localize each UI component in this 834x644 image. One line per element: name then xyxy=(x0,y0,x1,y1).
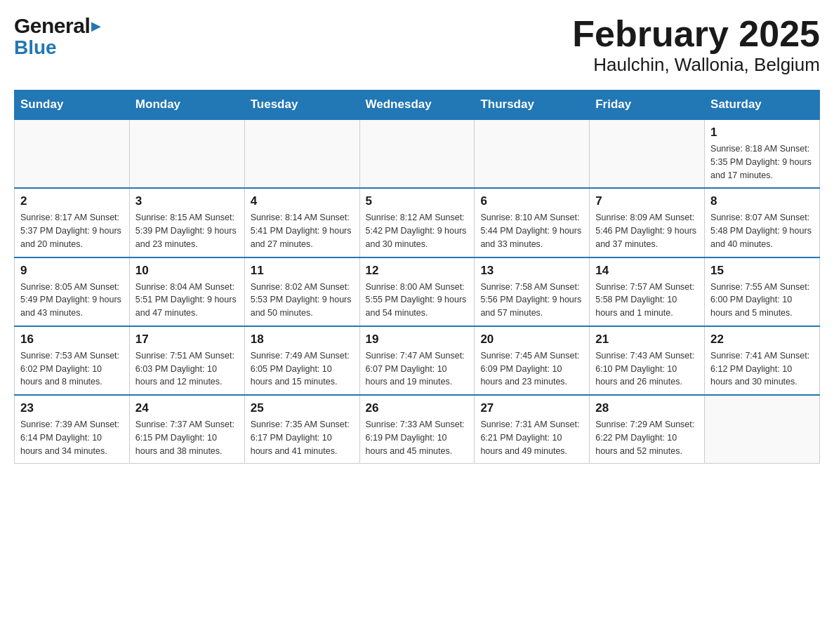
calendar-day: 5Sunrise: 8:12 AM Sunset: 5:42 PM Daylig… xyxy=(359,188,475,257)
day-number: 2 xyxy=(20,194,124,208)
day-info: Sunrise: 8:10 AM Sunset: 5:44 PM Dayligh… xyxy=(480,211,583,250)
calendar-day: 11Sunrise: 8:02 AM Sunset: 5:53 PM Dayli… xyxy=(244,257,359,326)
calendar-day: 24Sunrise: 7:37 AM Sunset: 6:15 PM Dayli… xyxy=(129,395,244,464)
day-number: 14 xyxy=(595,264,699,278)
day-number: 7 xyxy=(595,194,699,208)
calendar-day: 13Sunrise: 7:58 AM Sunset: 5:56 PM Dayli… xyxy=(475,257,590,326)
day-info: Sunrise: 7:58 AM Sunset: 5:56 PM Dayligh… xyxy=(480,281,583,320)
calendar-day xyxy=(590,119,705,188)
calendar-day xyxy=(705,395,820,464)
day-number: 26 xyxy=(366,401,469,415)
calendar-day: 17Sunrise: 7:51 AM Sunset: 6:03 PM Dayli… xyxy=(129,326,244,395)
day-number: 11 xyxy=(251,264,354,278)
day-info: Sunrise: 8:02 AM Sunset: 5:53 PM Dayligh… xyxy=(251,281,354,320)
calendar-week-row: 1Sunrise: 8:18 AM Sunset: 5:35 PM Daylig… xyxy=(15,119,820,188)
calendar-day: 21Sunrise: 7:43 AM Sunset: 6:10 PM Dayli… xyxy=(590,326,705,395)
day-info: Sunrise: 7:39 AM Sunset: 6:14 PM Dayligh… xyxy=(20,418,124,457)
day-number: 4 xyxy=(251,194,354,208)
day-info: Sunrise: 7:43 AM Sunset: 6:10 PM Dayligh… xyxy=(595,349,699,389)
calendar-day: 1Sunrise: 8:18 AM Sunset: 5:35 PM Daylig… xyxy=(705,119,820,188)
calendar-day: 27Sunrise: 7:31 AM Sunset: 6:21 PM Dayli… xyxy=(475,395,590,464)
month-title: February 2025 xyxy=(572,14,820,54)
day-info: Sunrise: 7:45 AM Sunset: 6:09 PM Dayligh… xyxy=(480,349,583,389)
day-number: 21 xyxy=(595,333,699,347)
calendar-header-row: SundayMondayTuesdayWednesdayThursdayFrid… xyxy=(15,90,820,120)
day-info: Sunrise: 7:55 AM Sunset: 6:00 PM Dayligh… xyxy=(710,281,814,320)
calendar-day: 26Sunrise: 7:33 AM Sunset: 6:19 PM Dayli… xyxy=(359,395,475,464)
calendar-table: SundayMondayTuesdayWednesdayThursdayFrid… xyxy=(14,90,820,464)
day-number: 27 xyxy=(480,401,583,415)
weekday-header-sunday: Sunday xyxy=(15,90,130,120)
day-number: 13 xyxy=(480,264,583,278)
day-number: 9 xyxy=(20,264,124,278)
day-info: Sunrise: 7:49 AM Sunset: 6:05 PM Dayligh… xyxy=(251,349,354,389)
day-number: 10 xyxy=(135,264,239,278)
day-number: 6 xyxy=(480,194,583,208)
day-number: 25 xyxy=(251,401,354,415)
calendar-week-row: 23Sunrise: 7:39 AM Sunset: 6:14 PM Dayli… xyxy=(15,395,820,464)
calendar-day: 9Sunrise: 8:05 AM Sunset: 5:49 PM Daylig… xyxy=(15,257,130,326)
calendar-day: 14Sunrise: 7:57 AM Sunset: 5:58 PM Dayli… xyxy=(590,257,705,326)
day-number: 17 xyxy=(135,333,239,347)
day-info: Sunrise: 8:15 AM Sunset: 5:39 PM Dayligh… xyxy=(135,211,239,250)
calendar-day: 6Sunrise: 8:10 AM Sunset: 5:44 PM Daylig… xyxy=(475,188,590,257)
calendar-day: 7Sunrise: 8:09 AM Sunset: 5:46 PM Daylig… xyxy=(590,188,705,257)
day-info: Sunrise: 7:57 AM Sunset: 5:58 PM Dayligh… xyxy=(595,281,699,320)
calendar-day: 23Sunrise: 7:39 AM Sunset: 6:14 PM Dayli… xyxy=(15,395,130,464)
day-number: 24 xyxy=(135,401,239,415)
logo-blue-text: Blue xyxy=(14,36,57,59)
location-title: Haulchin, Wallonia, Belgium xyxy=(572,54,820,76)
calendar-day: 12Sunrise: 8:00 AM Sunset: 5:55 PM Dayli… xyxy=(359,257,475,326)
calendar-week-row: 16Sunrise: 7:53 AM Sunset: 6:02 PM Dayli… xyxy=(15,326,820,395)
weekday-header-wednesday: Wednesday xyxy=(359,90,475,120)
day-number: 15 xyxy=(710,264,814,278)
day-number: 19 xyxy=(366,333,469,347)
day-info: Sunrise: 7:29 AM Sunset: 6:22 PM Dayligh… xyxy=(595,418,699,457)
day-info: Sunrise: 8:09 AM Sunset: 5:46 PM Dayligh… xyxy=(595,211,699,250)
day-info: Sunrise: 8:17 AM Sunset: 5:37 PM Dayligh… xyxy=(20,211,124,250)
calendar-day xyxy=(129,119,244,188)
page-header: General Blue February 2025 Haulchin, Wal… xyxy=(14,14,820,76)
logo-general-text: General xyxy=(14,14,90,38)
weekday-header-monday: Monday xyxy=(129,90,244,120)
day-info: Sunrise: 7:31 AM Sunset: 6:21 PM Dayligh… xyxy=(480,418,583,457)
calendar-day: 15Sunrise: 7:55 AM Sunset: 6:00 PM Dayli… xyxy=(705,257,820,326)
day-number: 22 xyxy=(710,333,814,347)
logo: General Blue xyxy=(14,14,101,59)
calendar-day: 22Sunrise: 7:41 AM Sunset: 6:12 PM Dayli… xyxy=(705,326,820,395)
day-info: Sunrise: 7:41 AM Sunset: 6:12 PM Dayligh… xyxy=(710,349,814,389)
day-number: 3 xyxy=(135,194,239,208)
calendar-day: 16Sunrise: 7:53 AM Sunset: 6:02 PM Dayli… xyxy=(15,326,130,395)
calendar-day: 20Sunrise: 7:45 AM Sunset: 6:09 PM Dayli… xyxy=(475,326,590,395)
weekday-header-thursday: Thursday xyxy=(475,90,590,120)
day-info: Sunrise: 7:33 AM Sunset: 6:19 PM Dayligh… xyxy=(366,418,469,457)
day-info: Sunrise: 8:12 AM Sunset: 5:42 PM Dayligh… xyxy=(366,211,469,250)
calendar-day: 4Sunrise: 8:14 AM Sunset: 5:41 PM Daylig… xyxy=(244,188,359,257)
calendar-day: 28Sunrise: 7:29 AM Sunset: 6:22 PM Dayli… xyxy=(590,395,705,464)
day-number: 8 xyxy=(710,194,814,208)
calendar-week-row: 2Sunrise: 8:17 AM Sunset: 5:37 PM Daylig… xyxy=(15,188,820,257)
title-block: February 2025 Haulchin, Wallonia, Belgiu… xyxy=(572,14,820,76)
day-number: 23 xyxy=(20,401,124,415)
day-info: Sunrise: 8:18 AM Sunset: 5:35 PM Dayligh… xyxy=(710,142,814,182)
day-number: 12 xyxy=(366,264,469,278)
calendar-day xyxy=(359,119,475,188)
calendar-day: 3Sunrise: 8:15 AM Sunset: 5:39 PM Daylig… xyxy=(129,188,244,257)
day-info: Sunrise: 7:37 AM Sunset: 6:15 PM Dayligh… xyxy=(135,418,239,457)
day-info: Sunrise: 7:53 AM Sunset: 6:02 PM Dayligh… xyxy=(20,349,124,389)
weekday-header-tuesday: Tuesday xyxy=(244,90,359,120)
day-number: 28 xyxy=(595,401,699,415)
calendar-day xyxy=(15,119,130,188)
calendar-day: 10Sunrise: 8:04 AM Sunset: 5:51 PM Dayli… xyxy=(129,257,244,326)
day-info: Sunrise: 7:51 AM Sunset: 6:03 PM Dayligh… xyxy=(135,349,239,389)
day-number: 16 xyxy=(20,333,124,347)
calendar-day: 2Sunrise: 8:17 AM Sunset: 5:37 PM Daylig… xyxy=(15,188,130,257)
calendar-day: 18Sunrise: 7:49 AM Sunset: 6:05 PM Dayli… xyxy=(244,326,359,395)
day-number: 5 xyxy=(366,194,469,208)
day-info: Sunrise: 8:00 AM Sunset: 5:55 PM Dayligh… xyxy=(366,281,469,320)
weekday-header-saturday: Saturday xyxy=(705,90,820,120)
day-info: Sunrise: 7:47 AM Sunset: 6:07 PM Dayligh… xyxy=(366,349,469,389)
day-info: Sunrise: 8:04 AM Sunset: 5:51 PM Dayligh… xyxy=(135,281,239,320)
calendar-day: 8Sunrise: 8:07 AM Sunset: 5:48 PM Daylig… xyxy=(705,188,820,257)
day-number: 18 xyxy=(251,333,354,347)
